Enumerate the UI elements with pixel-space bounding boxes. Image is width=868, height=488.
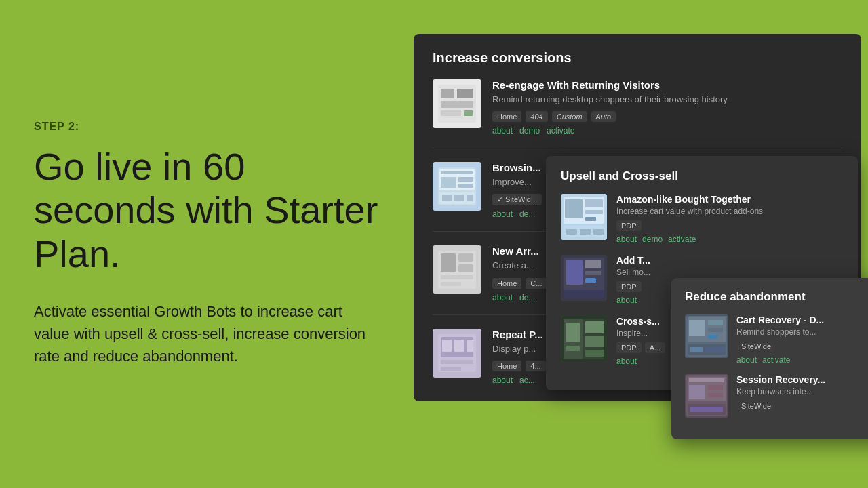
tag-home: Home [492, 111, 521, 122]
reduce-thumb-session [685, 374, 728, 418]
upsell-thumb-amazon [561, 194, 607, 240]
svg-rect-27 [441, 360, 473, 364]
svg-rect-3 [441, 101, 473, 108]
reduce-desc-session: Keep browsers inte... [736, 387, 868, 396]
svg-rect-69 [708, 385, 723, 390]
svg-rect-19 [458, 264, 473, 272]
tag-pdp: PDP [616, 220, 642, 231]
crosssell-about-link[interactable]: about [616, 357, 637, 366]
tag-4: 4... [526, 361, 545, 371]
upsell-links-amazon: about demo activate [616, 235, 843, 244]
svg-rect-32 [585, 199, 603, 207]
tag-a: A... [645, 342, 666, 353]
bot-name-reengage: Re-engage With Returning Visitors [492, 79, 842, 91]
reengage-about-link[interactable]: about [492, 126, 513, 136]
svg-rect-26 [467, 340, 473, 352]
reduce-panel-title: Reduce abandonment [685, 290, 868, 304]
upsell-desc-amazon: Increase cart value with product add-ons [616, 207, 843, 216]
bot-thumb-browsing [433, 162, 481, 211]
tag-sitewide: ✓ SiteWid... [492, 194, 542, 205]
reduce-name-cart: Cart Recovery - D... [736, 314, 868, 325]
bot-tags-reengage: Home 404 Custom Auto [492, 111, 842, 122]
svg-rect-15 [467, 195, 473, 201]
reduce-tags-cart: SiteWide [736, 341, 868, 352]
amazon-demo-link[interactable]: demo [642, 235, 663, 244]
bot-info-reengage: Re-engage With Returning Visitors Remind… [492, 79, 842, 136]
upsell-info-amazon: Amazon-like Bought Together Increase car… [616, 194, 843, 244]
svg-rect-1 [441, 89, 454, 98]
svg-rect-70 [708, 393, 723, 397]
svg-rect-14 [454, 195, 464, 201]
svg-rect-44 [585, 278, 596, 283]
svg-rect-2 [457, 89, 473, 98]
tag-custom: Custom [552, 111, 587, 122]
left-panel: STEP 2: Go live in 60 seconds with Start… [0, 0, 414, 488]
reduce-bot-row-cart: Cart Recovery - D... Remind shoppers to.… [685, 314, 868, 365]
cart-about-link[interactable]: about [736, 355, 757, 365]
upsell-thumb-addtocart [561, 255, 607, 301]
upsell-name-amazon: Amazon-like Bought Together [616, 194, 843, 205]
amazon-about-link[interactable]: about [616, 235, 637, 244]
tag-sitewide2: SiteWide [736, 341, 776, 352]
svg-rect-31 [565, 199, 583, 218]
newarr-de-link[interactable]: de... [519, 293, 535, 302]
svg-rect-43 [585, 271, 601, 275]
reengage-activate-link[interactable]: activate [547, 126, 574, 136]
reduce-desc-cart: Remind shoppers to... [736, 327, 868, 337]
svg-rect-50 [566, 346, 580, 351]
svg-rect-8 [441, 171, 473, 174]
svg-rect-34 [585, 217, 596, 221]
svg-rect-11 [458, 184, 473, 188]
svg-rect-68 [689, 385, 705, 399]
reduce-bot-row-session: Session Recovery... Keep browsers inte..… [685, 374, 868, 418]
main-card-title: Increase conversions [433, 50, 842, 66]
svg-rect-4 [441, 110, 461, 116]
reduce-links-cart: about activate [736, 355, 868, 365]
svg-rect-57 [689, 320, 705, 336]
amazon-activate-link[interactable]: activate [668, 235, 696, 244]
svg-rect-42 [585, 260, 601, 268]
svg-rect-60 [708, 335, 717, 339]
browsing-about-link[interactable]: about [492, 209, 513, 219]
svg-rect-5 [464, 110, 473, 116]
tag-c: C... [526, 278, 547, 289]
upsell-name-addtocart: Add T... [616, 255, 843, 266]
reengage-demo-link[interactable]: demo [519, 126, 540, 136]
newarr-about-link[interactable]: about [492, 293, 513, 302]
repeat-ac-link[interactable]: ac... [519, 375, 535, 385]
svg-rect-28 [441, 367, 461, 371]
svg-rect-58 [708, 320, 723, 325]
svg-rect-13 [442, 195, 452, 201]
browsing-de-link[interactable]: de... [519, 209, 535, 219]
svg-rect-45 [564, 290, 604, 298]
svg-rect-38 [593, 229, 604, 235]
reduce-info-cart: Cart Recovery - D... Remind shoppers to.… [736, 314, 868, 365]
svg-rect-25 [454, 340, 464, 352]
svg-rect-62 [690, 347, 703, 352]
svg-rect-17 [441, 253, 456, 272]
tag-sitewide3: SiteWide [736, 401, 776, 411]
addtocart-about-link[interactable]: about [616, 296, 637, 305]
bot-thumb-repeat [433, 329, 481, 378]
svg-rect-21 [441, 282, 461, 286]
tag-pdp3: PDP [616, 342, 642, 353]
right-panel: Increase conversions Re-engage With Retu… [414, 0, 868, 488]
svg-rect-51 [585, 321, 604, 333]
cart-activate-link[interactable]: activate [762, 355, 790, 365]
reduce-info-session: Session Recovery... Keep browsers inte..… [736, 374, 868, 415]
svg-rect-37 [580, 229, 591, 235]
sub-text: Activate essential Growth Bots to increa… [34, 300, 380, 367]
svg-rect-24 [442, 340, 452, 352]
svg-rect-9 [441, 177, 456, 188]
tag-pdp2: PDP [616, 281, 642, 292]
svg-rect-20 [441, 275, 473, 279]
reduce-panel: Reduce abandonment Cart Recovery [671, 278, 868, 439]
svg-rect-72 [690, 407, 723, 412]
upsell-tags-amazon: PDP [616, 220, 843, 231]
reduce-thumb-cart [685, 314, 728, 358]
svg-rect-53 [585, 350, 604, 357]
tag-home2: Home [492, 278, 521, 289]
repeat-about-link[interactable]: about [492, 375, 513, 385]
svg-rect-18 [458, 253, 473, 262]
bot-thumb-newarr [433, 245, 481, 294]
